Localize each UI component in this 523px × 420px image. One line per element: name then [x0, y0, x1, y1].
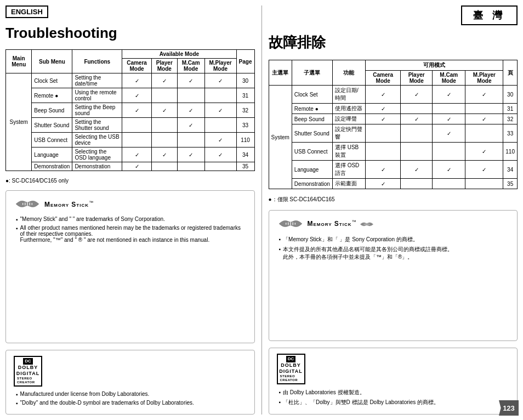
col-page: Page — [236, 50, 254, 73]
dolby-text: DOLBY — [18, 365, 38, 371]
player-mode-cell — [151, 88, 177, 103]
left-memory-logo: Memory Stick™ — [14, 196, 247, 212]
player-mode-cell — [401, 179, 433, 189]
function-cell: Selecting the OSD language — [72, 147, 122, 162]
player-mode-cell: ✓ — [151, 147, 177, 162]
camera-mode-cell: ✓ — [365, 179, 400, 189]
right-memory-logo-text-area: Memory Stick™ — [308, 219, 374, 228]
mcam-mode-cell: ✓ — [433, 114, 465, 124]
mcam-mode-cell — [177, 133, 204, 147]
page-cell: 30 — [236, 73, 254, 88]
mcam-mode-cell: ✓ — [433, 161, 465, 179]
function-cell: Setting the Shutter sound — [72, 118, 122, 133]
mcam-mode-cell — [433, 179, 465, 189]
player-mode-cell — [151, 133, 177, 147]
taiwan-header-area: 臺 灣 — [269, 5, 518, 27]
page-cell: 35 — [503, 179, 518, 189]
right-column: 臺 灣 故障排除 主選單 子選單 功能 可用模式 頁 Camera Mode P… — [269, 5, 518, 415]
list-item: 由 Dolby Laboratories 授權製造。 — [279, 389, 510, 396]
mplayer-mode-cell: ✓ — [465, 143, 503, 161]
zh-col-player: Player Mode — [401, 71, 433, 86]
list-item: 「Memory Stick」和「 」是 Sony Corporation 的商標… — [279, 236, 510, 243]
camera-mode-cell — [122, 118, 152, 133]
mplayer-mode-cell: ✓ — [204, 103, 236, 118]
mplayer-mode-cell — [465, 179, 503, 189]
col-mplayer: M.Player Mode — [204, 59, 236, 73]
function-cell: Demonstration — [72, 162, 122, 171]
player-mode-cell — [401, 143, 433, 161]
camera-mode-cell: ✓ — [365, 104, 400, 114]
sub-menu-cell: Beep Sound — [32, 103, 72, 118]
sub-menu-cell: Shutter Sound — [32, 118, 72, 133]
camera-mode-cell: ✓ — [122, 103, 152, 118]
camera-mode-cell: ✓ — [365, 161, 400, 179]
english-label: ENGLISH — [5, 5, 48, 18]
right-dolby-logo: DC DOLBY DIGITAL STEREO CREATOR — [277, 354, 510, 384]
mcam-mode-cell: ✓ — [177, 103, 204, 118]
mcam-mode-cell: ✓ — [177, 118, 204, 133]
mplayer-mode-cell: ✓ — [204, 147, 236, 162]
col-mcam: M.Cam Mode — [177, 59, 204, 73]
mplayer-mode-cell — [204, 118, 236, 133]
table-row: Shutter SoundSetting the Shutter sound✓3… — [6, 118, 255, 133]
sub-menu-cell: USB Connect — [32, 133, 72, 147]
camera-mode-cell — [365, 143, 400, 161]
mcam-mode-cell — [177, 162, 204, 171]
player-mode-cell — [401, 124, 433, 143]
table-row: Remote ●使用遙控器✓31 — [269, 104, 518, 114]
table-row: Language選擇 OSD 語言✓✓✓✓34 — [269, 161, 518, 179]
function-cell: Setting the Beep sound — [72, 103, 122, 118]
sub-menu-cell: Clock Set — [32, 73, 72, 88]
left-memory-box: Memory Stick™ "Memory Stick" and " " are… — [5, 190, 255, 343]
player-mode-cell — [151, 162, 177, 171]
col-main-menu: Main Menu — [6, 50, 32, 73]
camera-mode-cell: ✓ — [365, 114, 400, 124]
function-cell: 使用遙控器 — [332, 104, 365, 114]
sub-menu-cell: Clock Set — [292, 86, 332, 104]
player-mode-cell: ✓ — [401, 86, 433, 104]
dolby-badge-left: DC DOLBY DIGITAL STEREO CREATOR — [14, 356, 42, 387]
function-cell: 示範畫面 — [332, 179, 365, 189]
column-divider — [262, 5, 262, 415]
page-number: 123 — [499, 400, 519, 416]
col-functions: Functions — [72, 50, 122, 73]
english-header-box: ENGLISH — [5, 5, 255, 20]
mcam-mode-cell — [433, 143, 465, 161]
function-cell: 設定快門聲響 — [332, 124, 365, 143]
dolby-text-right: DOLBY — [281, 362, 301, 368]
dolby-stereo: STEREO CREATOR — [17, 377, 39, 384]
function-cell: 選擇 USB 裝置 — [332, 143, 365, 161]
mplayer-mode-cell — [465, 124, 503, 143]
mcam-mode-cell — [433, 104, 465, 114]
camera-mode-cell: ✓ — [122, 88, 152, 103]
mplayer-mode-cell: ✓ — [465, 161, 503, 179]
zh-col-sub-menu: 子選單 — [292, 60, 332, 86]
table-row: DemonstrationDemonstration✓35 — [6, 162, 255, 171]
player-mode-cell: ✓ — [151, 73, 177, 88]
page-cell: 31 — [236, 88, 254, 103]
camera-mode-cell: ✓ — [122, 73, 152, 88]
camera-mode-cell: ✓ — [122, 147, 152, 162]
main-menu-cell: System — [269, 86, 292, 189]
sub-menu-cell: Demonstration — [32, 162, 72, 171]
left-table: Main Menu Sub Menu Functions Available M… — [5, 49, 255, 171]
dolby-badge-right: DC DOLBY DIGITAL STEREO CREATOR — [277, 354, 305, 384]
camera-mode-cell: ✓ — [122, 162, 152, 171]
function-cell: 選擇 OSD 語言 — [332, 161, 365, 179]
main-menu-cell: System — [6, 73, 32, 171]
table-row: Beep SoundSetting the Beep sound✓✓✓✓32 — [6, 103, 255, 118]
page-cell: 33 — [503, 124, 518, 143]
page-cell: 110 — [236, 133, 254, 147]
player-mode-cell: ✓ — [151, 103, 177, 118]
player-mode-cell: ✓ — [401, 114, 433, 124]
left-dolby-logo: DC DOLBY DIGITAL STEREO CREATOR — [14, 356, 247, 387]
sub-menu-cell: Remote ● — [292, 104, 332, 114]
zh-col-available-mode: 可用模式 — [365, 60, 503, 71]
page-cell: 31 — [503, 104, 518, 114]
function-cell: Selecting the USB device — [72, 133, 122, 147]
sub-menu-cell: Language — [292, 161, 332, 179]
right-memory-box: Memory Stick™ 「Memory Stick」和「 」是 Sony C… — [269, 210, 518, 341]
zh-col-camera: Camera Mode — [365, 71, 400, 86]
memory-logo-text-area: Memory Stick™ — [44, 200, 93, 208]
page-cell: 32 — [503, 114, 518, 124]
